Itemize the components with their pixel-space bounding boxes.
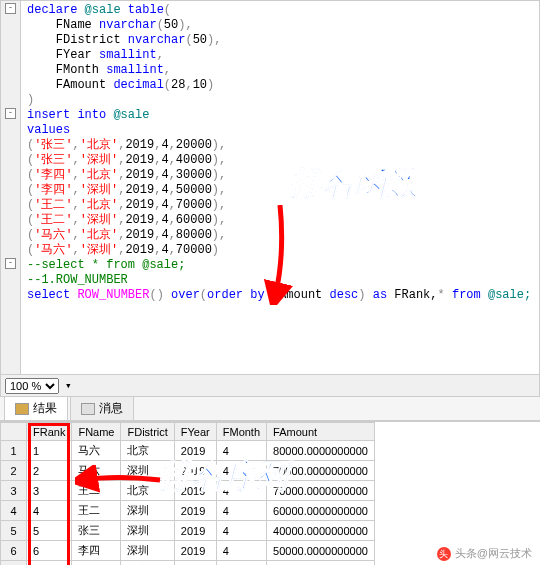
cell[interactable]: 4 bbox=[216, 541, 266, 561]
cell[interactable]: 4 bbox=[216, 501, 266, 521]
table-row[interactable]: 55张三深圳2019440000.0000000000 bbox=[1, 521, 375, 541]
code-line[interactable]: ('张三','深圳',2019,4,40000), bbox=[27, 153, 535, 168]
message-icon bbox=[81, 403, 95, 415]
code-line[interactable]: --select * from @sale; bbox=[27, 258, 535, 273]
cell[interactable]: 北京 bbox=[121, 481, 174, 501]
row-number[interactable]: 5 bbox=[1, 521, 27, 541]
cell[interactable]: 7 bbox=[27, 561, 72, 566]
code-line[interactable]: ('马六','北京',2019,4,80000), bbox=[27, 228, 535, 243]
cell[interactable]: 张三 bbox=[72, 521, 121, 541]
table-row[interactable]: 22马六深圳2019470000.0000000000 bbox=[1, 461, 375, 481]
grid-icon bbox=[15, 403, 29, 415]
code-line[interactable]: FAmount decimal(28,10) bbox=[27, 78, 535, 93]
cell[interactable]: 2019 bbox=[174, 441, 216, 461]
zoom-bar: 100 % ▾ bbox=[0, 375, 540, 397]
cell[interactable]: 李四 bbox=[72, 561, 121, 566]
code-line[interactable]: --1.ROW_NUMBER bbox=[27, 273, 535, 288]
cell[interactable]: 马六 bbox=[72, 461, 121, 481]
cell[interactable]: 6 bbox=[27, 541, 72, 561]
cell[interactable]: 4 bbox=[27, 501, 72, 521]
code-line[interactable]: ('张三','北京',2019,4,20000), bbox=[27, 138, 535, 153]
cell[interactable]: 80000.0000000000 bbox=[267, 441, 375, 461]
code-line[interactable]: FDistrict nvarchar(50), bbox=[27, 33, 535, 48]
cell[interactable]: 4 bbox=[216, 521, 266, 541]
code-line[interactable]: ('王二','北京',2019,4,70000), bbox=[27, 198, 535, 213]
cell[interactable]: 深圳 bbox=[121, 461, 174, 481]
cell[interactable]: 王二 bbox=[72, 481, 121, 501]
code-line[interactable]: FYear smallint, bbox=[27, 48, 535, 63]
column-header[interactable]: FRank bbox=[27, 423, 72, 441]
row-number[interactable]: 7 bbox=[1, 561, 27, 566]
row-number[interactable]: 1 bbox=[1, 441, 27, 461]
cell[interactable]: 4 bbox=[216, 481, 266, 501]
results-grid[interactable]: FRankFNameFDistrictFYearFMonthFAmount11马… bbox=[0, 422, 375, 565]
zoom-select[interactable]: 100 % bbox=[5, 378, 59, 394]
code-line[interactable]: FName nvarchar(50), bbox=[27, 18, 535, 33]
cell[interactable]: 60000.0000000000 bbox=[267, 501, 375, 521]
fold-toggle[interactable]: - bbox=[5, 258, 16, 269]
cell[interactable]: 2019 bbox=[174, 521, 216, 541]
cell[interactable]: 1 bbox=[27, 441, 72, 461]
sql-editor-pane[interactable]: --- declare @sale table( FName nvarchar(… bbox=[0, 0, 540, 375]
cell[interactable]: 北京 bbox=[121, 561, 174, 566]
tab-results[interactable]: 结果 bbox=[4, 396, 68, 420]
results-grid-wrap[interactable]: FRankFNameFDistrictFYearFMonthFAmount11马… bbox=[0, 421, 540, 565]
fold-toggle[interactable]: - bbox=[5, 108, 16, 119]
code-line[interactable]: ) bbox=[27, 93, 535, 108]
cell[interactable]: 4 bbox=[216, 441, 266, 461]
code-line[interactable]: ('王二','深圳',2019,4,60000), bbox=[27, 213, 535, 228]
cell[interactable]: 30000.0000000000 bbox=[267, 561, 375, 566]
cell[interactable]: 3 bbox=[27, 481, 72, 501]
zoom-dash: ▾ bbox=[65, 379, 72, 392]
code-area[interactable]: declare @sale table( FName nvarchar(50),… bbox=[23, 1, 539, 305]
cell[interactable]: 深圳 bbox=[121, 501, 174, 521]
cell[interactable]: 2019 bbox=[174, 561, 216, 566]
watermark-icon: 头 bbox=[437, 547, 451, 561]
column-header[interactable]: FMonth bbox=[216, 423, 266, 441]
code-line[interactable]: select ROW_NUMBER() over(order by FAmoun… bbox=[27, 288, 535, 303]
cell[interactable]: 2019 bbox=[174, 481, 216, 501]
row-number[interactable]: 2 bbox=[1, 461, 27, 481]
column-header[interactable]: FName bbox=[72, 423, 121, 441]
cell[interactable]: 4 bbox=[216, 461, 266, 481]
cell[interactable]: 70000.0000000000 bbox=[267, 481, 375, 501]
table-row[interactable]: 44王二深圳2019460000.0000000000 bbox=[1, 501, 375, 521]
cell[interactable]: 5 bbox=[27, 521, 72, 541]
cell[interactable]: 王二 bbox=[72, 501, 121, 521]
column-header[interactable]: FAmount bbox=[267, 423, 375, 441]
code-line[interactable]: declare @sale table( bbox=[27, 3, 535, 18]
table-row[interactable]: 33王二北京2019470000.0000000000 bbox=[1, 481, 375, 501]
cell[interactable]: 2019 bbox=[174, 461, 216, 481]
cell[interactable]: 2019 bbox=[174, 501, 216, 521]
row-number[interactable]: 4 bbox=[1, 501, 27, 521]
tab-messages-label: 消息 bbox=[99, 400, 123, 417]
table-row[interactable]: 11马六北京2019480000.0000000000 bbox=[1, 441, 375, 461]
column-header[interactable]: FYear bbox=[174, 423, 216, 441]
code-line[interactable]: values bbox=[27, 123, 535, 138]
cell[interactable]: 70000.0000000000 bbox=[267, 461, 375, 481]
code-line[interactable]: ('李四','北京',2019,4,30000), bbox=[27, 168, 535, 183]
cell[interactable]: 北京 bbox=[121, 441, 174, 461]
tab-messages[interactable]: 消息 bbox=[70, 396, 134, 420]
cell[interactable]: 2 bbox=[27, 461, 72, 481]
code-line[interactable]: ('李四','深圳',2019,4,50000), bbox=[27, 183, 535, 198]
cell[interactable]: 50000.0000000000 bbox=[267, 541, 375, 561]
watermark: 头 头条@网云技术 bbox=[437, 546, 532, 561]
row-number[interactable]: 6 bbox=[1, 541, 27, 561]
cell[interactable]: 深圳 bbox=[121, 541, 174, 561]
column-header[interactable]: FDistrict bbox=[121, 423, 174, 441]
cell[interactable]: 4 bbox=[216, 561, 266, 566]
code-line[interactable]: ('马六','深圳',2019,4,70000) bbox=[27, 243, 535, 258]
fold-toggle[interactable]: - bbox=[5, 3, 16, 14]
code-line[interactable]: insert into @sale bbox=[27, 108, 535, 123]
table-row[interactable]: 77李四北京2019430000.0000000000 bbox=[1, 561, 375, 566]
cell[interactable]: 2019 bbox=[174, 541, 216, 561]
row-number[interactable]: 3 bbox=[1, 481, 27, 501]
code-line[interactable]: FMonth smallint, bbox=[27, 63, 535, 78]
cell[interactable]: 李四 bbox=[72, 541, 121, 561]
cell[interactable]: 40000.0000000000 bbox=[267, 521, 375, 541]
tab-results-label: 结果 bbox=[33, 400, 57, 417]
cell[interactable]: 马六 bbox=[72, 441, 121, 461]
table-row[interactable]: 66李四深圳2019450000.0000000000 bbox=[1, 541, 375, 561]
cell[interactable]: 深圳 bbox=[121, 521, 174, 541]
